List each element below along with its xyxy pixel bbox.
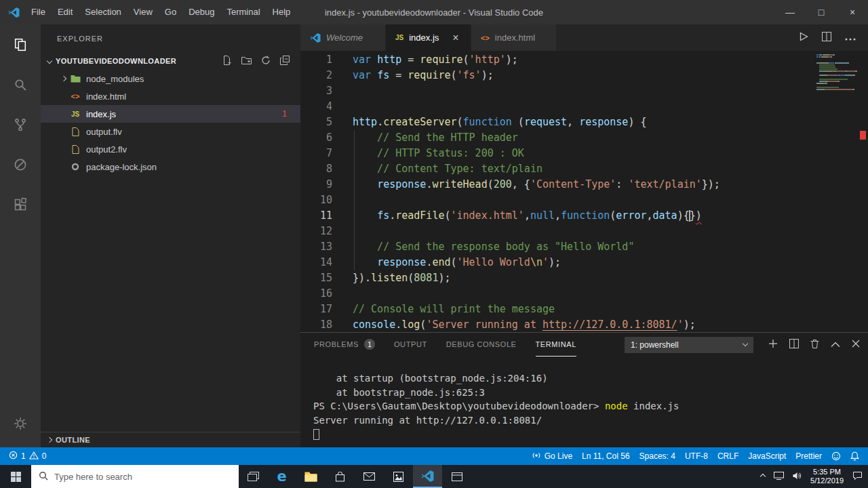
panel-tab-output[interactable]: OUTPUT (394, 333, 427, 357)
language-mode[interactable]: JavaScript (743, 447, 791, 465)
run-icon[interactable] (800, 32, 808, 43)
maximize-button[interactable]: □ (806, 0, 837, 24)
file-item-output2.flv[interactable]: output2.flv (41, 140, 300, 158)
code-line-16[interactable]: 16 (300, 286, 814, 302)
notifications-bell-icon[interactable] (846, 447, 864, 465)
feedback-smiley-icon[interactable] (827, 447, 846, 465)
file-item-index.js[interactable]: JSindex.js1 (41, 105, 300, 123)
split-editor-icon[interactable] (822, 32, 831, 43)
code-line-3[interactable]: 3 (300, 83, 814, 99)
code-line-5[interactable]: 5http.createServer(function (request, re… (300, 115, 814, 130)
search-icon[interactable] (0, 68, 41, 101)
maximize-panel-icon[interactable] (831, 340, 840, 350)
editor-tab-index.js[interactable]: JSindex.js× (386, 24, 471, 51)
code-area[interactable]: 1var http = require('http');2var fs = re… (300, 51, 814, 332)
action-center-icon[interactable] (852, 471, 863, 483)
code-line-12[interactable]: 12 (300, 224, 814, 239)
panel-tab-terminal[interactable]: TERMINAL (536, 333, 576, 357)
line-number: 5 (300, 115, 332, 130)
new-file-icon[interactable] (222, 56, 232, 66)
code-line-4[interactable]: 4 (300, 99, 814, 115)
menu-edit[interactable]: Edit (52, 7, 79, 17)
collapse-folders-icon[interactable] (280, 56, 290, 66)
go-live-button[interactable]: Go Live (527, 447, 577, 465)
task-view-icon[interactable] (239, 465, 267, 488)
more-actions-icon[interactable] (845, 33, 856, 43)
kill-terminal-icon[interactable] (810, 339, 819, 350)
indentation-setting[interactable]: Spaces: 4 (635, 447, 680, 465)
minimize-button[interactable]: — (774, 0, 806, 24)
extensions-icon[interactable] (0, 188, 41, 221)
split-terminal-icon[interactable] (789, 339, 799, 350)
taskbar-app-vscode[interactable] (413, 465, 442, 488)
code-line-14[interactable]: 14 response.end('Hello World\n'); (300, 255, 814, 270)
close-button[interactable]: × (837, 0, 868, 24)
menu-debug[interactable]: Debug (182, 7, 220, 17)
debug-icon[interactable] (0, 148, 41, 181)
code-line-1[interactable]: 1var http = require('http'); (300, 52, 814, 68)
editor-tab-Welcome[interactable]: Welcome (300, 24, 386, 51)
code-line-6[interactable]: 6 // Send the HTTP header (300, 130, 814, 146)
taskbar-app-file-explorer[interactable] (296, 465, 326, 488)
panel-tab-debug-console[interactable]: DEBUG CONSOLE (446, 333, 517, 357)
menu-selection[interactable]: Selection (79, 7, 127, 17)
volume-icon[interactable] (793, 472, 802, 482)
file-item-node_modules[interactable]: node_modules (41, 70, 300, 87)
menu-help[interactable]: Help (267, 7, 297, 17)
vscode-logo-icon (8, 7, 20, 18)
close-tab-icon[interactable]: × (452, 32, 458, 44)
code-line-2[interactable]: 2var fs = require('fs'); (300, 68, 814, 83)
terminal-output[interactable]: at startup (bootstrap_node.js:204:16) at… (300, 357, 868, 447)
code-line-8[interactable]: 8 // Content Type: text/plain (300, 161, 814, 177)
formatter-status[interactable]: Prettier (791, 447, 827, 465)
start-button[interactable] (0, 465, 31, 488)
code-line-13[interactable]: 13 // Send the response body as "Hello W… (300, 239, 814, 255)
network-icon[interactable] (774, 472, 784, 482)
close-panel-icon[interactable] (852, 340, 860, 350)
code-line-11[interactable]: 11 fs.readFile('index.html',null,functio… (300, 208, 814, 224)
minimap[interactable] (814, 51, 859, 332)
panel-tab-problems[interactable]: PROBLEMS1 (314, 333, 375, 357)
code-line-7[interactable]: 7 // HTTP Status: 200 : OK (300, 146, 814, 161)
file-item-index.html[interactable]: <>index.html (41, 87, 300, 105)
code-line-18[interactable]: 18console.log('Server running at http://… (300, 317, 814, 332)
menu-view[interactable]: View (127, 7, 159, 17)
code-line-17[interactable]: 17// Console will print the message (300, 302, 814, 317)
terminal-shell-select[interactable]: 1: powershell (625, 337, 753, 353)
taskbar-app-file-explorer-2[interactable] (442, 465, 471, 488)
problems-status[interactable]: 1 0 (4, 447, 51, 465)
file-name: node_modules (86, 74, 144, 84)
settings-gear-icon[interactable] (0, 407, 41, 440)
encoding-setting[interactable]: UTF-8 (680, 447, 713, 465)
code-editor[interactable]: 1var http = require('http');2var fs = re… (300, 51, 868, 332)
new-folder-icon[interactable] (241, 56, 252, 66)
file-item-package-lock.json[interactable]: package-lock.json (41, 158, 300, 176)
code-line-9[interactable]: 9 response.writeHead(200, {'Content-Type… (300, 177, 814, 192)
explorer-icon[interactable] (0, 28, 41, 61)
code-line-15[interactable]: 15}).listen(8081); (300, 270, 814, 286)
taskbar-clock[interactable]: 5:35 PM 5/12/2019 (810, 468, 844, 485)
menu-terminal[interactable]: Terminal (220, 7, 266, 17)
file-item-output.flv[interactable]: output.flv (41, 123, 300, 140)
editor-tab-index.html[interactable]: <>index.html (471, 24, 557, 51)
cursor-position[interactable]: Ln 11, Col 56 (577, 447, 635, 465)
code-line-10[interactable]: 10 (300, 192, 814, 208)
eol-setting[interactable]: CRLF (713, 447, 743, 465)
terminal-line: at startup (bootstrap_node.js:204:16) (313, 371, 868, 386)
taskbar-app-mail[interactable] (355, 465, 384, 488)
outline-section[interactable]: OUTLINE (41, 432, 300, 447)
root-folder-row[interactable]: YOUTUBEVIDEODOWNLOADER (41, 52, 300, 70)
taskbar-app-edge[interactable]: e (267, 465, 296, 488)
menu-file[interactable]: File (25, 7, 52, 17)
tray-expand-icon[interactable] (760, 474, 766, 479)
new-terminal-icon[interactable] (768, 339, 778, 350)
overview-ruler[interactable] (859, 51, 868, 332)
menu-go[interactable]: Go (159, 7, 182, 17)
taskbar-app-store[interactable] (326, 465, 355, 488)
taskbar-search[interactable] (31, 465, 239, 488)
search-input[interactable] (54, 472, 231, 482)
refresh-icon[interactable] (261, 56, 271, 66)
taskbar-app-photos[interactable] (384, 465, 413, 488)
indent-guide (354, 130, 355, 270)
source-control-icon[interactable] (0, 108, 41, 141)
